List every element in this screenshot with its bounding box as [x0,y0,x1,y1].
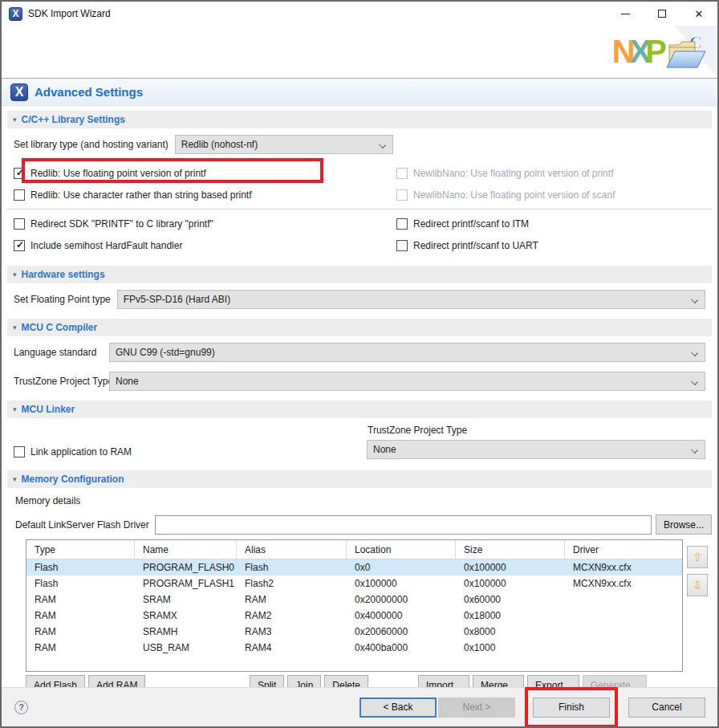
checkbox-redlib-float-printf[interactable]: ✓ Redlib: Use floating point version of … [14,162,360,184]
c-project-folder-icon: C [665,31,707,75]
chevron-down-icon [691,349,698,356]
checkbox-icon [14,446,25,458]
checkbox-label: Redlib: Use character rather than string… [30,189,251,201]
linker-trustzone-label: TrustZone Project Type [368,425,705,436]
language-standard-label: Language standard [14,347,103,358]
language-standard-combo[interactable]: GNU C99 (-std=gnu99) [109,343,705,362]
cell-name: SRAMX [135,610,237,621]
cell-location: 0x100000 [347,578,456,589]
check-icon: ✓ [14,168,26,177]
collapse-twistie-icon: ▾ [13,270,17,279]
compiler-trustzone-combo[interactable]: None [109,372,705,391]
maximize-button[interactable] [644,2,680,26]
checkbox-label: NewlibNano: Use floating point version o… [413,189,615,201]
advanced-settings-x-icon: X [10,83,28,101]
chevron-down-icon [691,446,698,453]
browse-button[interactable]: Browse... [656,514,712,535]
cell-size: 0x8000 [456,626,565,637]
section-header-mcu-c-compiler[interactable]: ▾ MCU C Compiler [7,319,712,336]
library-type-label: Set library type (and hosting variant) [14,139,169,150]
cell-type: RAM [26,642,135,653]
help-button[interactable]: ? [14,701,28,714]
cell-size: 0x18000 [456,610,565,621]
checkbox-redirect-sdk-printf[interactable]: Redirect SDK "PRINTF" to C library "prin… [14,213,360,234]
table-row[interactable]: RAM SRAMX RAM2 0x4000000 0x18000 [26,608,682,624]
column-header-type[interactable]: Type [26,540,135,559]
column-header-size[interactable]: Size [456,540,565,559]
section-header-hardware-settings[interactable]: ▾ Hardware settings [7,266,712,283]
minimize-button[interactable] [607,2,644,26]
chevron-down-icon [691,378,698,385]
cell-name: SRAMH [135,626,237,637]
cell-driver: MCXN9xx.cfx [565,578,682,589]
table-row[interactable]: Flash PROGRAM_FLASH1 Flash2 0x100000 0x1… [26,575,682,592]
checkbox-icon [14,189,25,201]
move-row-up-button[interactable]: ⇧ [687,546,708,568]
table-row[interactable]: RAM SRAM RAM 0x20000000 0x60000 [26,592,682,608]
mcuxpresso-x-icon: X [9,7,22,21]
checkbox-redirect-itm[interactable]: Redirect printf/scanf to ITM [396,213,712,234]
library-type-combo[interactable]: Redlib (nohost-nf) [175,135,393,154]
compiler-trustzone-label: TrustZone Project Type [14,376,103,387]
table-row[interactable]: RAM USB_RAM RAM4 0x400ba000 0x1000 [26,640,682,656]
cell-location: 0x0 [347,562,456,573]
section-header-library-settings[interactable]: ▾ C/C++ Library Settings [7,111,712,128]
cell-type: RAM [26,594,135,605]
checkbox-redlib-char-printf[interactable]: Redlib: Use character rather than string… [14,184,360,205]
cell-type: Flash [26,578,135,589]
column-header-driver[interactable]: Driver [565,540,682,559]
nxp-logo-n: N [612,34,630,69]
annotation-highlight-finish: Finish [525,687,618,728]
maximize-icon [658,10,666,18]
column-header-alias[interactable]: Alias [237,540,347,559]
checkbox-semihost-hardfault[interactable]: ✓ Include semihost HardFault handler [14,234,360,256]
close-icon: ✕ [695,8,704,20]
page-header: X Advanced Settings [2,79,717,106]
library-type-value: Redlib (nohost-nf) [181,139,258,150]
title-bar: X SDK Import Wizard ✕ [2,2,717,26]
column-header-location[interactable]: Location [347,540,456,559]
cell-size: 0x1000 [456,642,565,653]
checkbox-label: Redlib: Use floating point version of pr… [30,168,206,179]
memory-details-label: Memory details [7,488,712,506]
library-checkbox-group: ✓ Redlib: Use floating point version of … [7,157,712,259]
section-title: Memory Configuration [22,474,124,485]
checkbox-redirect-uart[interactable]: Redirect printf/scanf to UART [396,234,712,256]
cell-alias: RAM [237,594,347,605]
collapse-twistie-icon: ▾ [13,405,17,413]
cell-name: PROGRAM_FLASH0 [135,562,237,573]
flash-driver-input[interactable] [155,515,652,535]
section-title: Hardware settings [22,269,105,280]
column-header-name[interactable]: Name [135,540,237,559]
button-bar: ? < Back Next > Finish Cancel [2,687,717,726]
section-header-mcu-linker[interactable]: ▾ MCU Linker [7,401,712,418]
checkbox-link-application-to-ram[interactable]: Link application to RAM [14,441,132,462]
cell-type: RAM [26,610,135,621]
fpu-type-combo[interactable]: FPv5-SP-D16 (Hard ABI) [117,290,705,309]
window-title: SDK Import Wizard [28,8,111,19]
checkbox-icon: ✓ [14,240,25,251]
collapse-twistie-icon: ▾ [13,116,17,124]
cell-location: 0x4000000 [347,610,456,621]
wizard-banner: NXP C [2,26,717,79]
table-row[interactable]: Flash PROGRAM_FLASH0 Flash 0x0 0x100000 … [26,559,682,575]
cancel-button[interactable]: Cancel [628,697,705,718]
linker-trustzone-combo[interactable]: None [367,440,705,459]
cell-location: 0x400ba000 [347,642,456,653]
chevron-down-icon [379,141,386,148]
table-row[interactable]: RAM SRAMH RAM3 0x20060000 0x8000 [26,624,682,640]
cell-size: 0x100000 [456,562,565,573]
section-header-memory-configuration[interactable]: ▾ Memory Configuration [7,470,712,488]
cell-size: 0x60000 [456,594,565,605]
back-button[interactable]: < Back [360,697,437,718]
memory-table: Type Name Alias Location Size Driver Fla… [26,539,683,672]
move-row-down-button[interactable]: ⇩ [687,574,708,596]
fpu-type-label: Set Floating Point type [14,294,111,305]
checkbox-newlibnano-float-scanf: NewlibNano: Use floating point version o… [396,184,712,205]
checkbox-label: NewlibNano: Use floating point version o… [413,168,613,179]
finish-button[interactable]: Finish [533,697,610,718]
checkbox-label: Link application to RAM [30,446,132,458]
checkbox-label: Redirect printf/scanf to UART [413,240,538,251]
close-button[interactable]: ✕ [680,2,717,26]
checkbox-newlibnano-float-printf: NewlibNano: Use floating point version o… [396,162,712,184]
